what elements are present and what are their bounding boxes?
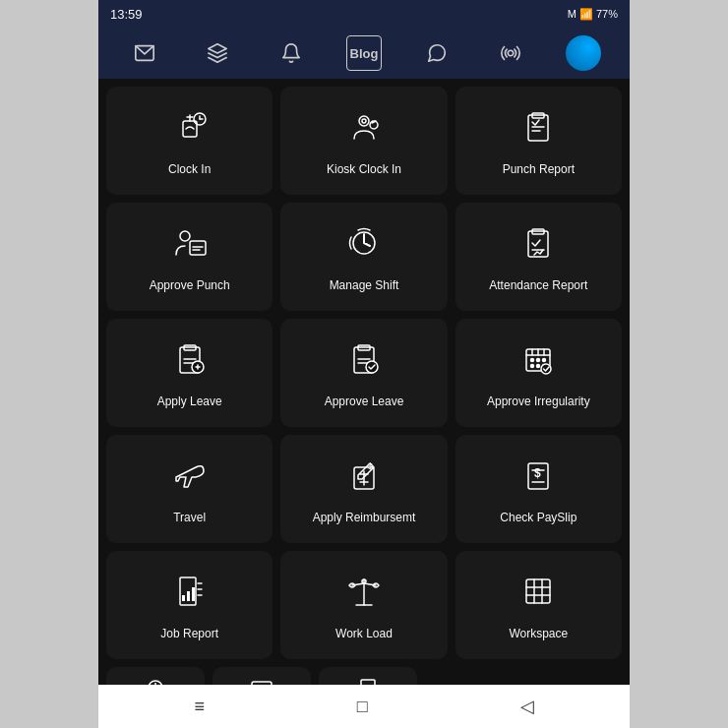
clock-in-icon [170,107,210,152]
punch-report-item[interactable]: Punch Report [455,87,622,195]
work-load-icon [344,572,384,617]
attendance-report-item[interactable]: Attendance Report [455,203,622,311]
kiosk-clock-in-icon [344,107,384,152]
svg-point-44 [537,365,540,368]
attendance-report-label: Attendance Report [489,278,587,294]
svg-rect-60 [182,595,185,601]
status-time: 13:59 [110,7,143,22]
approve-irregularity-label: Approve Irregularity [487,394,590,410]
sim-icon: 📶 [579,8,593,21]
menu-button[interactable]: ≡ [194,697,205,717]
punch-report-label: Punch Report [503,162,575,178]
approve-punch-item[interactable]: Approve Punch [106,203,273,311]
battery-icon: 77% [596,8,618,20]
svg-point-46 [541,364,551,374]
partial-item-1[interactable] [106,667,205,685]
android-nav: ≡ □ ◁ [98,685,630,728]
travel-label: Travel [173,511,206,526]
profile-nav-icon[interactable] [566,35,601,71]
check-payslip-label: Check PaySlip [500,511,576,526]
svg-point-41 [537,359,540,362]
workspace-icon [518,572,558,617]
menu-grid: Clock In Kiosk Clock In [106,87,622,659]
approve-leave-item[interactable]: Approve Leave [280,319,447,427]
work-load-label: Work Load [335,627,393,642]
mail-nav-icon[interactable] [127,35,162,71]
partial-item-3[interactable] [319,667,417,685]
blog-nav-icon[interactable]: Blog [346,35,382,71]
workspace-item[interactable]: Workspace [455,551,622,659]
check-payslip-item[interactable]: $ Check PaySlip [455,435,622,543]
svg-point-43 [531,365,534,368]
kiosk-clock-in-item[interactable]: Kiosk Clock In [280,87,447,195]
svg-point-1 [508,50,514,56]
apply-leave-item[interactable]: Apply Leave [106,319,273,427]
settings-nav-icon[interactable] [493,35,528,71]
apply-reimbursement-icon: $ [344,455,384,501]
svg-point-42 [543,359,546,362]
approve-irregularity-icon [518,339,558,385]
svg-point-40 [531,359,534,362]
whatsapp-nav-icon[interactable] [419,35,455,71]
attendance-report-icon [518,223,558,269]
kiosk-clock-in-label: Kiosk Clock In [327,162,401,178]
svg-point-15 [180,231,190,241]
approve-punch-label: Approve Punch [150,278,230,294]
svg-rect-11 [528,115,548,141]
grid-container: Clock In Kiosk Clock In [98,79,630,685]
m-icon: M [568,8,576,20]
top-nav: Blog [98,28,630,79]
svg-rect-61 [187,591,190,601]
job-report-icon [170,572,210,617]
apply-reimbursement-item[interactable]: $ Apply Reimbursemt [280,435,447,543]
svg-rect-16 [190,241,206,255]
svg-rect-62 [192,587,195,601]
bell-nav-icon[interactable] [273,35,309,71]
approve-punch-icon [170,223,210,269]
svg-rect-68 [526,579,550,603]
home-button[interactable]: □ [357,697,368,717]
approve-leave-label: Approve Leave [325,394,404,410]
svg-point-8 [362,119,366,123]
approve-leave-icon [344,339,384,385]
job-report-item[interactable]: Job Report [106,551,273,659]
partial-item-2[interactable] [212,667,311,685]
apply-reimbursement-label: Apply Reimbursemt [313,511,416,526]
approve-irregularity-item[interactable]: Approve Irregularity [455,319,622,427]
punch-report-icon [518,107,558,152]
workspace-label: Workspace [509,627,568,642]
travel-icon [170,455,210,501]
work-load-item[interactable]: Work Load [280,551,447,659]
apply-leave-icon [170,339,210,385]
layers-nav-icon[interactable] [200,35,235,71]
svg-text:$: $ [534,466,541,480]
clock-in-label: Clock In [168,162,211,178]
manage-shift-label: Manage Shift [330,278,399,294]
back-button[interactable]: ◁ [520,696,534,717]
check-payslip-icon: $ [518,455,558,501]
svg-point-7 [359,116,369,126]
clock-in-item[interactable]: Clock In [106,87,273,195]
travel-item[interactable]: Travel [106,435,273,543]
phone-container: 13:59 M 📶 77% [98,0,630,728]
manage-shift-item[interactable]: Manage Shift [280,203,447,311]
manage-shift-icon [344,223,384,269]
status-bar: 13:59 M 📶 77% [98,0,630,28]
job-report-label: Job Report [160,627,218,642]
apply-leave-label: Apply Leave [157,394,222,410]
status-icons: M 📶 77% [568,8,618,21]
